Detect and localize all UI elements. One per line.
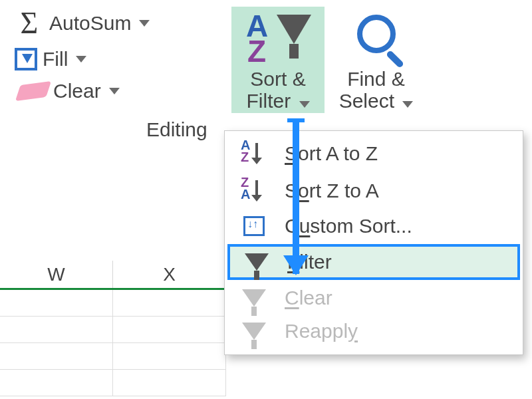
sigma-icon: Σ <box>15 8 44 39</box>
autosum-label: AutoSum <box>49 12 131 35</box>
sort-filter-button[interactable]: A Z Sort & Filter <box>231 7 325 113</box>
menu-reapply: Reapply <box>225 315 523 348</box>
sort-az-icon: AZ <box>238 140 270 167</box>
grid-row[interactable] <box>0 370 226 396</box>
fill-button[interactable]: Fill <box>12 47 231 72</box>
dropdown-arrow-icon[interactable] <box>109 88 120 94</box>
menu-filter[interactable]: Filter <box>227 244 520 280</box>
dropdown-arrow-icon <box>299 101 310 108</box>
dropdown-arrow-icon <box>402 101 413 108</box>
menu-clear-filter: Clear <box>225 281 523 315</box>
fill-down-icon <box>15 48 37 70</box>
dropdown-arrow-icon[interactable] <box>139 20 150 27</box>
find-select-label: Find & Select <box>339 68 414 112</box>
find-select-button[interactable]: Find & Select <box>325 7 428 113</box>
grid-row[interactable] <box>0 290 226 317</box>
grid-row[interactable] <box>0 317 226 343</box>
column-header-x[interactable]: X <box>113 261 226 288</box>
menu-label: Clear <box>285 287 332 309</box>
custom-sort-icon <box>238 216 270 236</box>
funnel-reapply-icon <box>238 323 270 340</box>
clear-button[interactable]: Clear <box>12 78 231 104</box>
menu-label: Custom Sort... <box>285 215 412 237</box>
column-headers-row: W X <box>0 261 226 290</box>
menu-sort-a-to-z[interactable]: AZ Sort A to Z <box>225 135 523 172</box>
eraser-icon <box>15 81 51 101</box>
funnel-icon <box>241 253 273 271</box>
menu-custom-sort[interactable]: Custom Sort... <box>225 209 523 243</box>
grid-row[interactable] <box>0 343 226 370</box>
fill-label: Fill <box>43 48 68 70</box>
autosum-button[interactable]: Σ AutoSum <box>12 7 231 40</box>
menu-sort-z-to-a[interactable]: ZA Sort Z to A <box>225 172 523 209</box>
column-header-w[interactable]: W <box>0 261 113 288</box>
spreadsheet-grid: W X <box>0 261 226 396</box>
sort-filter-dropdown-menu: AZ Sort A to Z ZA Sort Z to A Custom Sor… <box>224 130 523 355</box>
sort-filter-label: Sort & Filter <box>246 68 309 112</box>
ribbon-editing-group: Σ AutoSum Fill Clear A Z Sort & Filter <box>0 0 532 113</box>
editing-buttons-column: Σ AutoSum Fill Clear <box>12 7 231 104</box>
dropdown-arrow-icon[interactable] <box>76 56 86 63</box>
annotation-arrow <box>293 120 299 274</box>
magnifier-icon <box>357 15 396 53</box>
funnel-clear-icon <box>238 289 270 307</box>
sort-za-icon: ZA <box>238 178 270 204</box>
sort-filter-icon: A Z <box>245 11 311 65</box>
clear-label: Clear <box>53 80 101 102</box>
menu-label: Reapply <box>285 320 358 342</box>
